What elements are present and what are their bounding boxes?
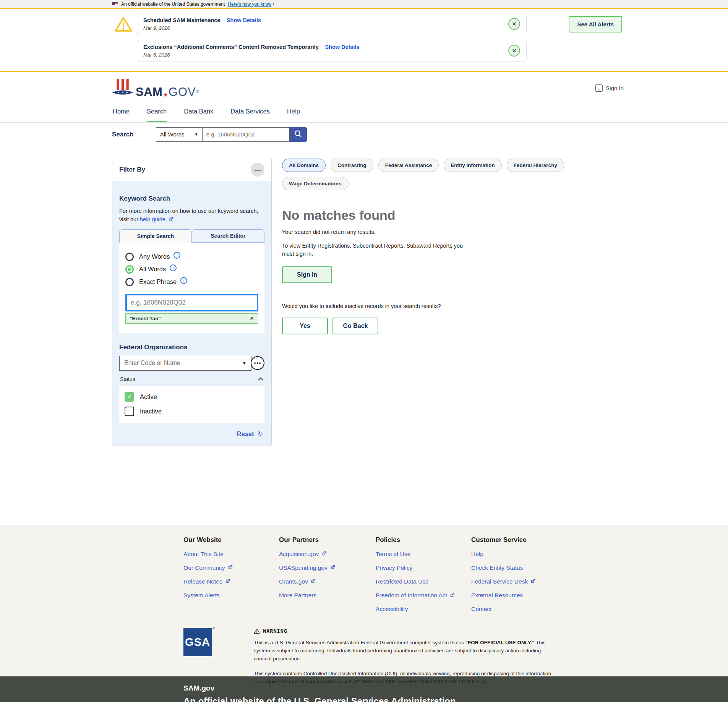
how-you-know-link[interactable]: Here’s how you know: [228, 2, 271, 7]
footer-link-contact[interactable]: Contact: [471, 606, 567, 613]
alert-title: Scheduled SAM Maintenance: [143, 17, 220, 23]
help-guide-link[interactable]: help guide: [140, 216, 173, 222]
nav-item-data-services[interactable]: Data Services: [230, 105, 270, 122]
show-details-link[interactable]: Show Details: [325, 44, 359, 50]
alert-date: Mar 6, 2026: [143, 52, 360, 58]
radio-exact-phrase[interactable]: Exact Phrase i: [125, 278, 258, 286]
footer-link-more-partners[interactable]: More Partners: [279, 592, 376, 599]
chevron-down-icon: ▼: [242, 360, 246, 366]
footer-link-release-notes[interactable]: Release Notes: [183, 578, 279, 585]
footer-link-usaspending[interactable]: USASpending.gov: [279, 564, 376, 571]
sign-in-icon: ←: [595, 84, 603, 92]
more-options-icon[interactable]: ●●●: [251, 356, 264, 370]
radio-button[interactable]: [125, 278, 134, 286]
warning-block: WARNING This is a U.S. General Services …: [254, 628, 553, 686]
tab-simple-search[interactable]: Simple Search: [119, 229, 192, 243]
yes-button[interactable]: Yes: [282, 318, 328, 334]
footer-column-policies: Policies Terms of Use Privacy Policy Res…: [376, 536, 471, 613]
filter-by-title: Filter By: [119, 166, 145, 173]
footer-link-privacy-policy[interactable]: Privacy Policy: [376, 564, 471, 571]
search-input[interactable]: [203, 127, 290, 142]
info-icon[interactable]: i: [173, 252, 180, 259]
sam-gov-logo[interactable]: SAM ★ GOV ®: [112, 78, 199, 99]
tab-federal-assistance[interactable]: Federal Assistance: [378, 159, 439, 172]
sign-in-button[interactable]: Sign In: [282, 266, 332, 283]
checkbox-active[interactable]: ✓ Active: [125, 392, 259, 402]
radio-button-selected[interactable]: [125, 265, 134, 274]
reset-button[interactable]: Reset: [237, 430, 254, 438]
checkbox-checked-icon[interactable]: ✓: [125, 392, 134, 402]
checkbox-inactive[interactable]: Inactive: [125, 407, 259, 416]
footer-link-federal-service-desk[interactable]: Federal Service Desk: [471, 578, 567, 585]
tab-wage-determinations[interactable]: Wage Determinations: [282, 177, 349, 190]
search-mode-select[interactable]: All Words ▼: [156, 127, 203, 142]
footer-link-help[interactable]: Help: [471, 551, 567, 558]
footer-link-check-entity-status[interactable]: Check Entity Status: [471, 564, 567, 571]
nav-item-help[interactable]: Help: [287, 105, 300, 122]
info-icon[interactable]: i: [180, 277, 187, 284]
alerts-section: Scheduled SAM Maintenance Show Details M…: [0, 9, 728, 72]
filter-panel: Filter By — Keyword Search For more info…: [112, 158, 272, 446]
radio-all-words[interactable]: All Words i: [125, 265, 258, 274]
footer-link-grants[interactable]: Grants.gov: [279, 578, 376, 585]
checkbox-unchecked-icon[interactable]: [125, 407, 134, 416]
no-matches-heading: No matches found: [282, 208, 603, 223]
close-icon[interactable]: ✕: [508, 18, 520, 30]
warning-triangle-icon: [114, 15, 133, 66]
site-header: SAM ★ GOV ® ← Sign In: [0, 72, 728, 105]
search-submit-button[interactable]: [290, 127, 307, 142]
keyword-search-description: For more information on how to use our k…: [119, 207, 264, 224]
footer-link-acquisition[interactable]: Acquisition.gov: [279, 551, 376, 558]
remove-chip-icon[interactable]: ✕: [250, 315, 254, 321]
footer-column-our-website: Our Website About This Site Our Communit…: [183, 536, 279, 613]
tab-contracting[interactable]: Contracting: [331, 159, 373, 172]
sign-in-notice: To view Entity Registrations, Subcontrac…: [282, 242, 470, 258]
federal-org-combobox[interactable]: Enter Code or Name ▼: [119, 356, 251, 371]
nav-item-data-bank[interactable]: Data Bank: [184, 105, 213, 122]
see-all-alerts-button[interactable]: See All Alerts: [569, 16, 622, 32]
footer-link-our-community[interactable]: Our Community: [183, 564, 279, 571]
external-link-icon: [330, 565, 335, 570]
external-link-icon: [450, 592, 455, 597]
us-flag-icon: [112, 2, 118, 6]
search-bar: Search All Words ▼: [0, 123, 728, 146]
simple-search-panel: Any Words i All Words i Exact Phrase i: [119, 243, 264, 333]
collapse-filters-icon[interactable]: —: [251, 163, 264, 177]
footer-link-accessibility[interactable]: Accessibility: [376, 606, 471, 613]
alert-exclusions: Exclusions “Additional Comments” Content…: [137, 40, 527, 62]
chevron-down-icon: ▾: [272, 2, 274, 6]
tab-search-editor[interactable]: Search Editor: [192, 229, 264, 243]
footer-tagline: An official website of the U.S. General …: [183, 696, 728, 702]
alert-date: Mar 9, 2026: [143, 25, 261, 31]
warning-outline-icon: [254, 628, 260, 634]
close-icon[interactable]: ✕: [508, 45, 520, 57]
footer-link-terms-of-use[interactable]: Terms of Use: [376, 551, 471, 558]
tab-entity-information[interactable]: Entity Information: [444, 159, 502, 172]
keyword-input[interactable]: [125, 294, 258, 311]
radio-button[interactable]: [125, 253, 134, 261]
footer-link-restricted-data-use[interactable]: Restricted Data Use: [376, 578, 471, 585]
footer-column-our-partners: Our Partners Acquisition.gov USASpending…: [279, 536, 376, 613]
footer-link-external-resources[interactable]: External Resources: [471, 592, 567, 599]
chevron-up-icon[interactable]: [258, 376, 264, 383]
domain-tabs: All Domains Contracting Federal Assistan…: [282, 159, 603, 190]
nav-item-search[interactable]: Search: [147, 105, 167, 122]
search-label: Search: [112, 131, 134, 138]
go-back-button[interactable]: Go Back: [332, 318, 378, 334]
footer-link-about-this-site[interactable]: About This Site: [183, 551, 279, 558]
footer-link-foia[interactable]: Freedom of Information Act: [376, 592, 471, 599]
gov-banner: An official website of the United States…: [0, 0, 728, 9]
reset-icon[interactable]: ↻: [258, 430, 263, 438]
tab-federal-hierarchy[interactable]: Federal Hierarchy: [507, 159, 564, 172]
footer-link-system-alerts[interactable]: System Alerts: [183, 592, 279, 599]
chevron-down-icon: ▼: [195, 132, 198, 136]
radio-any-words[interactable]: Any Words i: [125, 253, 258, 261]
logo-star-icon: ★: [163, 91, 168, 98]
federal-organizations-heading: Federal Organizations: [119, 344, 264, 351]
external-link-icon: [311, 579, 316, 584]
show-details-link[interactable]: Show Details: [227, 17, 261, 23]
info-icon[interactable]: i: [170, 264, 177, 271]
nav-item-home[interactable]: Home: [113, 105, 130, 122]
tab-all-domains[interactable]: All Domains: [282, 159, 326, 172]
sign-in-link[interactable]: ← Sign In: [595, 84, 624, 92]
